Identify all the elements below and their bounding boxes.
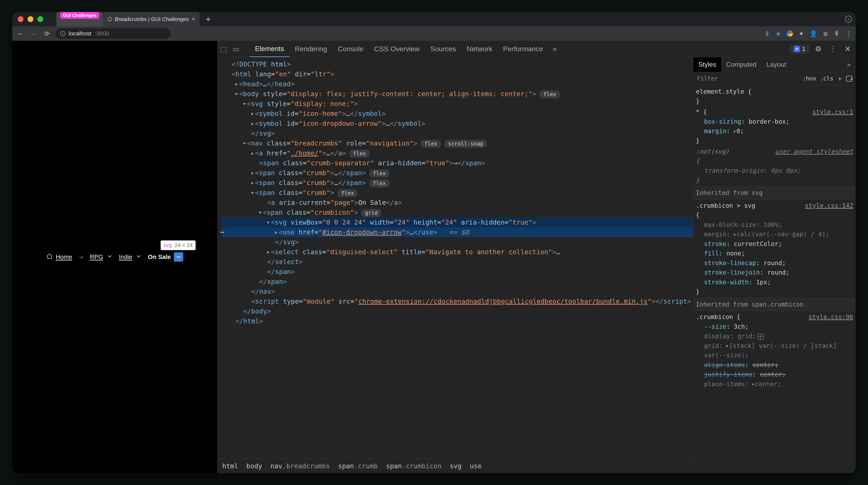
path-node[interactable]: html [222,462,238,470]
extension-indicator-icon[interactable]: × [845,16,852,23]
inspect-tooltip: svg 24 × 24 [161,240,196,250]
path-node[interactable]: svg [450,462,462,470]
maximize-window-button[interactable] [37,16,43,22]
globe-icon [107,17,112,21]
browser-tab[interactable]: GUI Challenges [56,12,103,26]
profile-icon[interactable]: 👤 [810,30,817,37]
crumb-rpg[interactable]: RPG [90,253,113,261]
tab-label: Breadcrumbs | GUI Challenges [115,16,189,23]
style-rules[interactable]: element.style { } * {style.css:1 box-siz… [693,85,856,473]
devtools-toolbar: ⬚ ▭ Elements Rendering Console CSS Overv… [217,41,856,57]
cls-toggle[interactable]: .cls [820,75,833,82]
extension-swirl-icon[interactable] [787,30,793,37]
crumb-link[interactable]: Home [56,253,72,260]
devtools-tab-network[interactable]: Network [461,41,498,57]
devtools-issues-badge[interactable]: ✦ 1 [790,44,809,54]
traffic-lights [16,16,45,22]
chevron-down-icon[interactable] [106,253,113,261]
crumb-link[interactable]: RPG [90,253,103,260]
path-node[interactable]: body [246,462,262,470]
mic-icon[interactable]: 🎙 [834,30,840,37]
settings-gear-icon[interactable]: ⚙ [813,45,824,53]
share-icon[interactable]: ⇪ [765,30,770,37]
styles-more-tabs-icon[interactable]: » [842,57,856,72]
forward-button[interactable]: → [29,29,38,38]
elements-dom-pane: <!DOCTYPE html> <html lang="en" dir="ltr… [217,57,693,473]
breadcrumb: Home → RPG Indie On Sale [46,252,183,262]
crumb-current-label: On Sale [148,253,171,260]
path-node[interactable]: nav.breadcrumbs [271,462,330,470]
new-style-rule-icon[interactable]: ＋ [837,74,843,83]
computed-box-icon[interactable] [846,76,852,82]
crumb-home[interactable]: Home [46,253,72,261]
crumb-separator-icon: → [78,253,84,260]
devtools-tab-elements[interactable]: Elements [250,41,289,57]
dom-breadcrumb-path[interactable]: html body nav.breadcrumbs span.crumb spa… [217,459,693,473]
home-icon [46,253,53,261]
tooltip-dimensions: 24 × 24 [175,242,192,249]
devtools-menu-icon[interactable]: ⋮ [827,45,839,53]
bookmark-star-icon[interactable]: ★ [775,30,781,37]
window-titlebar: GUI Challenges Breadcrumbs | GUI Challen… [12,12,856,26]
page-viewport: svg 24 × 24 Home → RPG Indie [12,41,217,473]
tooltip-tag: svg [163,242,172,249]
path-node[interactable]: span.crumb [338,462,378,470]
crumb-onsale: On Sale [148,252,183,262]
browser-tab-active[interactable]: Breadcrumbs | GUI Challenges × [103,12,200,26]
extensions-icon[interactable]: ✦ [799,30,804,37]
reload-button[interactable]: ⟳ [42,29,52,38]
crumb-indie[interactable]: Indie [119,253,142,261]
crumb-link[interactable]: Indie [119,253,132,260]
styles-pane: Styles Computed Layout » Filter :hov .cl… [693,57,856,473]
hov-toggle[interactable]: :hov [802,75,816,82]
chevron-down-icon[interactable] [174,252,183,262]
styles-tab-computed[interactable]: Computed [721,57,762,72]
new-tab-button[interactable]: + [199,12,217,26]
url-host: localhost [69,30,92,37]
issues-count: 1 [802,46,805,53]
devtools-panel: ⬚ ▭ Elements Rendering Console CSS Overv… [217,41,856,473]
styles-tab-layout[interactable]: Layout [762,57,791,72]
styles-tab-styles[interactable]: Styles [693,57,721,72]
styles-filter-row: Filter :hov .cls ＋ [693,72,856,85]
devtools-tab-css-overview[interactable]: CSS Overview [369,41,425,57]
chevron-down-icon[interactable] [135,253,142,261]
close-tab-icon[interactable]: × [192,16,195,23]
dom-tree[interactable]: <!DOCTYPE html> <html lang="en" dir="ltr… [217,57,693,459]
path-node[interactable]: use [470,462,482,470]
back-button[interactable]: ← [16,29,25,38]
address-bar[interactable]: i localhost:3000 [56,28,171,39]
site-info-icon[interactable]: i [60,31,65,36]
styles-tabs: Styles Computed Layout » [693,57,856,72]
path-node[interactable]: span.crumbicon [386,462,441,470]
minimize-window-button[interactable] [28,16,33,22]
devtools-close-icon[interactable]: ✕ [842,45,853,53]
close-window-button[interactable] [18,16,24,22]
devtools-tab-console[interactable]: Console [332,41,369,57]
inspect-element-icon[interactable]: ⬚ [220,45,227,53]
reading-list-icon[interactable]: ≣ [823,30,828,37]
tab-label: GUI Challenges [60,12,99,19]
issues-icon: ✦ [794,46,800,52]
url-port: :3000 [95,30,109,37]
toolbar: ← → ⟳ i localhost:3000 ⇪ ★ ✦ 👤 ≣ 🎙 ⋮ [12,26,856,41]
devtools-more-tabs-icon[interactable]: » [548,45,561,53]
devtools-tab-performance[interactable]: Performance [498,41,549,57]
devtools-tab-rendering[interactable]: Rendering [289,41,332,57]
browser-menu-icon[interactable]: ⋮ [846,30,852,37]
devtools-tab-sources[interactable]: Sources [425,41,461,57]
styles-filter-input[interactable]: Filter [697,75,799,82]
device-toolbar-icon[interactable]: ▭ [232,45,239,53]
